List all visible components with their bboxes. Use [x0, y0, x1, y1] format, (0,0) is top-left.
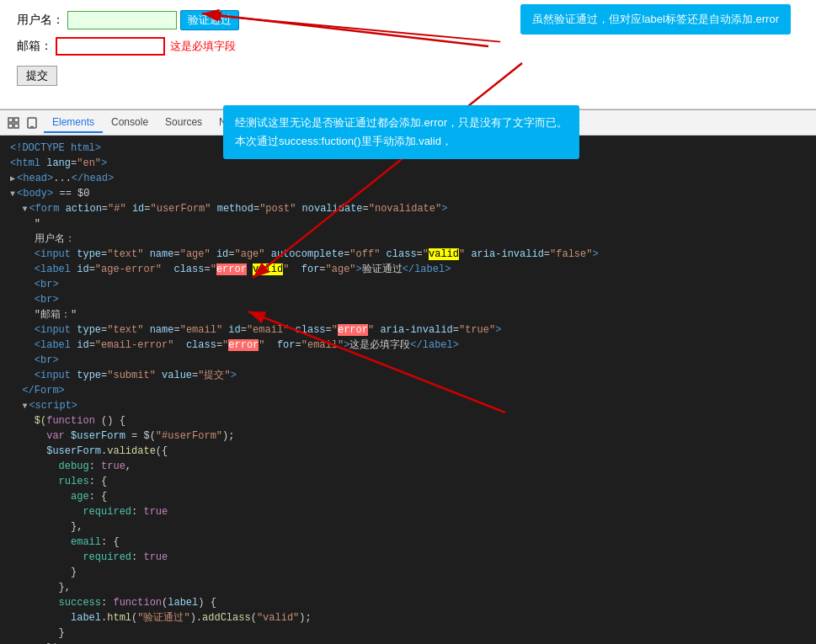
- code-line-24: age: {: [0, 489, 816, 504]
- annotation-bottom-line1: 经测试这里无论是否验证通过都会添加.error，只是没有了文字而已。: [235, 114, 568, 132]
- page-preview: 用户名： 验证通过 邮箱： 这是必填字段 提交 虽然验证通过，但对应label标…: [0, 0, 816, 109]
- code-line-12: "邮箱：": [0, 307, 816, 322]
- code-line-18: ▼<script>: [0, 398, 816, 413]
- email-input[interactable]: [56, 37, 165, 56]
- code-line-28: required: true: [0, 550, 816, 565]
- required-field-text: 这是必填字段: [170, 39, 236, 54]
- code-line-33: }: [0, 625, 816, 641]
- code-line-16: <input type="submit" value="提交">: [0, 368, 816, 383]
- code-line-5: ▼<form action="#" id="userForm" method="…: [0, 201, 816, 216]
- code-line-19: $(function () {: [0, 413, 816, 428]
- submit-button[interactable]: 提交: [17, 66, 57, 86]
- code-line-22: debug: true,: [0, 459, 816, 474]
- code-line-4: ▼<body> == $0: [0, 186, 816, 201]
- tab-sources[interactable]: Sources: [157, 113, 211, 133]
- code-line-9: <label id="age-error" class="error valid…: [0, 262, 816, 277]
- code-area: <!DOCTYPE html> <html lang="en"> ▶<head>…: [0, 136, 816, 644]
- tab-console[interactable]: Console: [103, 113, 157, 133]
- svg-rect-2: [8, 118, 13, 122]
- annotation-top-text: 虽然验证通过，但对应label标签还是自动添加.error: [532, 13, 779, 25]
- annotation-bottom-line2: 本次通过success:fuction()里手动添加.valid，: [235, 132, 568, 151]
- code-line-11: <br>: [0, 292, 816, 307]
- code-line-23: rules: {: [0, 474, 816, 489]
- code-line-15: <br>: [0, 353, 816, 368]
- code-line-17: </Form>: [0, 383, 816, 398]
- annotation-box-top: 虽然验证通过，但对应label标签还是自动添加.error: [520, 4, 791, 35]
- code-line-7: 用户名：: [0, 232, 816, 247]
- code-line-6: ": [0, 216, 816, 232]
- annotation-box-bottom: 经测试这里无论是否验证通过都会添加.error，只是没有了文字而已。 本次通过s…: [223, 105, 579, 159]
- code-line-31: success: function(label) {: [0, 595, 816, 610]
- tab-elements[interactable]: Elements: [44, 113, 103, 133]
- svg-rect-5: [14, 124, 19, 128]
- validation-passed-badge: 验证通过: [180, 10, 239, 30]
- svg-rect-3: [14, 118, 19, 122]
- username-input[interactable]: [67, 11, 177, 29]
- code-line-27: email: {: [0, 535, 816, 550]
- mobile-icon[interactable]: [25, 116, 39, 130]
- code-line-10: <br>: [0, 277, 816, 292]
- svg-rect-4: [8, 124, 13, 128]
- code-line-29: }: [0, 565, 816, 580]
- code-line-20: var $userForm = $("#userForm");: [0, 428, 816, 444]
- submit-row: 提交: [17, 62, 799, 86]
- code-line-30: },: [0, 580, 816, 595]
- code-line-21: $userForm.validate({: [0, 444, 816, 459]
- inspect-icon[interactable]: [7, 116, 20, 130]
- code-line-14: <label id="email-error" class="error" fo…: [0, 338, 816, 353]
- code-line-13: <input type="text" name="email" id="emai…: [0, 322, 816, 338]
- code-line-32: label.html("验证通过").addClass("valid");: [0, 610, 816, 625]
- devtools-panel: Elements Console Sources Network Timelin…: [0, 109, 816, 644]
- code-line-3: ▶<head>...</head>: [0, 171, 816, 186]
- username-label: 用户名：: [17, 13, 64, 28]
- email-label: 邮箱：: [17, 39, 52, 54]
- code-line-26: },: [0, 519, 816, 535]
- code-line-35: });: [0, 641, 816, 644]
- email-row: 邮箱： 这是必填字段: [17, 37, 799, 56]
- code-line-25: required: true: [0, 504, 816, 519]
- code-line-8: <input type="text" name="age" id="age" a…: [0, 247, 816, 262]
